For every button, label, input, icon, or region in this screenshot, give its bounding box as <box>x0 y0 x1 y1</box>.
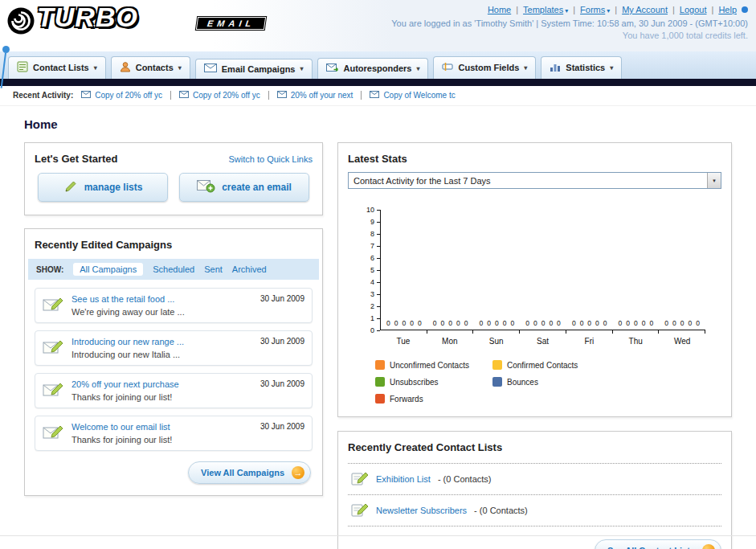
bar-value-label: 0 <box>479 319 483 327</box>
bar-value-label: 0 <box>549 319 553 327</box>
y-axis-tick <box>377 330 380 331</box>
campaign-title-link[interactable]: Introducing our new range ... <box>72 337 249 346</box>
recent-activity-link[interactable]: Copy of 20% off yc <box>193 91 260 100</box>
tab-custom-fields[interactable]: Custom Fields ▾ <box>433 56 536 79</box>
create-email-button[interactable]: create an email <box>179 173 309 202</box>
bar-value-label: 0 <box>495 319 499 327</box>
nav-logout-link[interactable]: Logout <box>680 5 707 14</box>
tab-contact-lists[interactable]: Contact Lists ▾ <box>8 56 106 79</box>
campaign-item[interactable]: Introducing our new range ... Introducin… <box>35 330 313 366</box>
legend-swatch-icon <box>492 360 502 370</box>
tab-label: Email Campaigns <box>222 64 296 74</box>
see-all-contact-lists-button[interactable]: See All Contact Lists → <box>595 539 721 549</box>
bar-value-label: 0 <box>595 319 599 327</box>
chevron-down-icon: ▾ <box>607 7 610 14</box>
contact-list-link[interactable]: Newsletter Subscribers <box>376 506 467 515</box>
nav-separator: | <box>573 5 575 14</box>
bar-value-label: 0 <box>433 319 437 327</box>
email-plus-icon <box>197 179 215 195</box>
switch-quick-links-link[interactable]: Switch to Quick Links <box>228 154 313 164</box>
email-edit-icon <box>43 294 65 315</box>
tab-label: Contacts <box>136 63 174 72</box>
arrow-icon: → <box>292 466 304 479</box>
bar-value-label: 0 <box>696 319 700 327</box>
bar-value-label: 0 <box>664 319 668 327</box>
chart-group: 00000 <box>659 210 705 330</box>
recent-activity-link[interactable]: Copy of 20% off yc <box>95 91 162 100</box>
list-edit-icon <box>351 470 369 488</box>
campaign-item[interactable]: See us at the retail food ... We're givi… <box>35 288 313 323</box>
email-icon <box>81 91 91 100</box>
nav-forms-link[interactable]: Forms▾ <box>580 5 610 14</box>
bar-value-label: 0 <box>456 319 460 327</box>
y-axis-label: 5 <box>370 266 374 274</box>
legend-item: Unconfirmed Contacts <box>375 360 492 370</box>
tab-label: Statistics <box>566 63 605 72</box>
email-icon <box>277 91 287 100</box>
tab-contacts[interactable]: Contacts ▾ <box>111 56 190 79</box>
chevron-down-icon: ▾ <box>565 7 568 14</box>
nav-help-link[interactable]: Help <box>718 5 737 14</box>
tab-label: Contact Lists <box>33 63 89 72</box>
chart-y-axis: 109876543210 <box>359 210 380 330</box>
campaign-item[interactable]: Welcome to our email list Thanks for joi… <box>35 416 313 451</box>
contacts-icon <box>120 61 131 74</box>
bar-value-label: 0 <box>440 319 444 327</box>
manage-lists-button[interactable]: manage lists <box>38 173 168 202</box>
nav-divider-bar <box>0 79 756 86</box>
nav-my-account-link[interactable]: My Account <box>622 5 668 14</box>
legend-label: Forwards <box>390 395 423 404</box>
bar-value-label: 0 <box>394 319 398 327</box>
filter-sent[interactable]: Sent <box>204 264 223 274</box>
contact-list-link[interactable]: Exhibition List <box>376 474 431 484</box>
stats-period-select[interactable]: Contact Activity for the Last 7 Days ▾ <box>348 172 721 189</box>
legend-swatch-icon <box>375 360 385 370</box>
recent-activity-item: Copy of Welcome tc <box>370 91 463 100</box>
y-axis-label: 9 <box>370 218 374 226</box>
tab-statistics[interactable]: Statistics ▾ <box>541 56 622 79</box>
y-axis-label: 1 <box>370 314 374 322</box>
y-axis-label: 3 <box>370 290 374 298</box>
top-nav: Home | Templates▾ | Forms▾ | My Account … <box>391 5 748 14</box>
header: TURBO EMAIL Home | Templates▾ | Forms▾ |… <box>0 0 756 51</box>
x-axis-label: Sun <box>473 337 520 346</box>
campaign-title-link[interactable]: See us at the retail food ... <box>72 294 249 304</box>
tab-autoresponders[interactable]: Autoresponders ▾ <box>317 58 429 79</box>
campaign-subtitle: Thanks for joining our list! <box>72 392 249 402</box>
campaign-title-link[interactable]: Welcome to our email list <box>72 422 249 432</box>
legend-item: Confirmed Contacts <box>492 360 610 370</box>
recent-activity-link[interactable]: Copy of Welcome tc <box>383 91 455 100</box>
campaign-date: 30 Jun 2009 <box>260 379 304 388</box>
footer-divider <box>0 535 756 536</box>
campaign-item[interactable]: 20% off your next purchase Thanks for jo… <box>35 373 313 408</box>
turbo-email-logo: TURBO EMAIL <box>6 3 265 35</box>
email-campaigns-icon <box>204 64 217 74</box>
logo-line1: TURBO <box>37 2 138 32</box>
filter-scheduled[interactable]: Scheduled <box>153 264 194 274</box>
y-axis-label: 8 <box>370 230 374 238</box>
view-all-campaigns-button[interactable]: View All Campaigns → <box>188 461 311 484</box>
nav-home-link[interactable]: Home <box>488 5 511 14</box>
corner-dot-decoration <box>742 6 748 13</box>
campaign-title-link[interactable]: 20% off your next purchase <box>72 379 249 389</box>
filter-archived[interactable]: Archived <box>232 264 267 274</box>
tab-email-campaigns[interactable]: Email Campaigns ▾ <box>195 59 313 79</box>
contact-list-item[interactable]: Exhibition List - (0 Contacts) <box>348 463 721 495</box>
main-nav-tabs: Contact Lists ▾ Contacts ▾ Email Campaig… <box>0 51 756 79</box>
contact-list-item[interactable]: Newsletter Subscribers - (0 Contacts) <box>348 495 721 526</box>
filter-all-campaigns[interactable]: All Campaigns <box>73 263 143 276</box>
dropdown-arrow-icon: ▾ <box>707 173 721 188</box>
recent-activity-link[interactable]: 20% off your next <box>291 91 353 100</box>
email-edit-icon <box>43 379 65 400</box>
contact-lists-icon <box>17 61 28 74</box>
logo-tail-decoration <box>2 46 10 53</box>
x-axis-label: Sat <box>520 337 566 346</box>
nav-templates-link[interactable]: Templates▾ <box>523 5 568 14</box>
y-axis-label: 2 <box>370 302 374 310</box>
bar-value-label: 0 <box>541 319 546 327</box>
left-column: Let's Get Started Switch to Quick Links … <box>24 142 323 496</box>
legend-swatch-icon <box>375 394 385 404</box>
campaign-subtitle: Thanks for joining our list! <box>72 435 249 445</box>
recent-activity-item: Copy of 20% off yc <box>81 91 171 100</box>
contact-list-count: - (0 Contacts) <box>438 474 492 484</box>
